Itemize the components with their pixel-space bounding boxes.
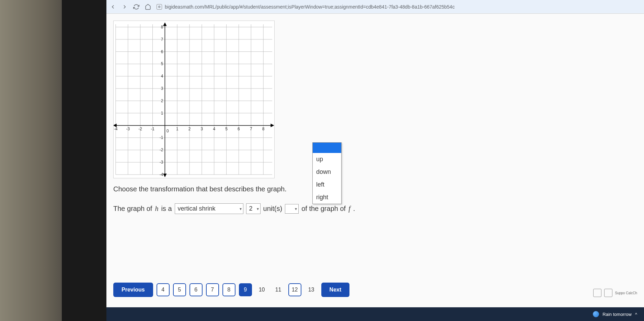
answer-sentence: The graph of h is a vertical shrink 2 un… bbox=[113, 203, 637, 214]
svg-text:1: 1 bbox=[176, 127, 179, 131]
chevron-up-icon[interactable]: ^ bbox=[635, 312, 637, 317]
sentence-text: is a bbox=[161, 205, 172, 213]
site-settings-icon[interactable]: ⚙ bbox=[157, 4, 162, 10]
units-count-select[interactable]: 2 bbox=[246, 203, 261, 214]
svg-text:-4: -4 bbox=[160, 172, 163, 177]
reload-icon[interactable] bbox=[133, 4, 139, 10]
sentence-text: The graph of bbox=[113, 205, 152, 213]
svg-text:-3: -3 bbox=[126, 127, 130, 131]
svg-text:-2: -2 bbox=[160, 147, 163, 152]
svg-marker-31 bbox=[163, 174, 166, 177]
tool-icon-2[interactable] bbox=[604, 289, 612, 297]
page-6-button[interactable]: 6 bbox=[189, 283, 203, 296]
transformation-select[interactable]: vertical shrink bbox=[175, 203, 243, 214]
side-tools: Suppo CalcCh bbox=[593, 289, 637, 297]
svg-text:0: 0 bbox=[166, 129, 169, 133]
svg-marker-30 bbox=[163, 23, 166, 26]
forward-icon[interactable] bbox=[122, 4, 128, 10]
coordinate-graph: -4 -3 -2 -1 0 1 2 3 4 5 6 7 8 1 2 bbox=[113, 21, 275, 178]
weather-icon[interactable] bbox=[593, 311, 599, 317]
tool-icon-1[interactable] bbox=[593, 289, 601, 297]
svg-text:3: 3 bbox=[201, 127, 203, 131]
page-11-label[interactable]: 11 bbox=[272, 287, 285, 293]
dropdown-option-up[interactable]: up bbox=[313, 153, 341, 166]
page-12-button[interactable]: 12 bbox=[288, 283, 301, 296]
windows-taskbar: Rain tomorrow ^ bbox=[106, 307, 644, 321]
next-button[interactable]: Next bbox=[321, 283, 350, 297]
page-8-button[interactable]: 8 bbox=[222, 283, 235, 296]
page-5-button[interactable]: 5 bbox=[173, 283, 186, 296]
svg-text:8: 8 bbox=[262, 127, 265, 131]
page-7-button[interactable]: 7 bbox=[206, 283, 219, 296]
svg-text:-3: -3 bbox=[160, 160, 163, 165]
svg-text:8: 8 bbox=[161, 25, 163, 29]
browser-toolbar: ⚙ bigideasmath.com/MRL/public/app/#/stud… bbox=[106, 0, 644, 14]
svg-text:5: 5 bbox=[225, 127, 228, 131]
svg-text:5: 5 bbox=[161, 61, 163, 66]
dropdown-option-right[interactable]: right bbox=[313, 191, 341, 204]
svg-text:3: 3 bbox=[161, 86, 163, 91]
page-10-label[interactable]: 10 bbox=[255, 287, 268, 293]
svg-text:-1: -1 bbox=[160, 135, 163, 140]
svg-text:-1: -1 bbox=[151, 127, 154, 131]
page-13-label[interactable]: 13 bbox=[305, 287, 318, 293]
svg-text:4: 4 bbox=[213, 127, 215, 131]
svg-text:7: 7 bbox=[161, 37, 163, 42]
side-label: Suppo CalcCh bbox=[615, 291, 637, 295]
previous-button[interactable]: Previous bbox=[113, 283, 153, 297]
dropdown-option-down[interactable]: down bbox=[313, 166, 341, 178]
function-f: f bbox=[348, 205, 350, 213]
units-label: unit(s) bbox=[263, 205, 283, 213]
svg-marker-28 bbox=[271, 124, 274, 127]
url-text: bigideasmath.com/MRL/public/app/#/studen… bbox=[165, 4, 455, 10]
pagination-bar: Previous 4 5 6 7 8 9 10 11 12 13 Next bbox=[113, 283, 637, 297]
function-h: h bbox=[155, 205, 158, 213]
direction-select[interactable] bbox=[285, 204, 299, 214]
home-icon[interactable] bbox=[145, 4, 151, 10]
weather-text: Rain tomorrow bbox=[602, 312, 632, 317]
svg-text:2: 2 bbox=[188, 127, 191, 131]
direction-dropdown-menu: up down left right bbox=[312, 142, 342, 204]
dropdown-option-left[interactable]: left bbox=[313, 178, 341, 191]
svg-text:1: 1 bbox=[161, 111, 163, 116]
svg-text:6: 6 bbox=[238, 127, 240, 131]
question-prompt: Choose the transformation that best desc… bbox=[113, 185, 637, 193]
svg-text:7: 7 bbox=[250, 127, 252, 131]
back-icon[interactable] bbox=[110, 4, 116, 10]
page-9-button[interactable]: 9 bbox=[239, 283, 252, 296]
page-4-button[interactable]: 4 bbox=[157, 283, 170, 296]
sentence-text: . bbox=[353, 205, 355, 213]
svg-text:6: 6 bbox=[161, 49, 163, 54]
svg-text:4: 4 bbox=[161, 74, 163, 79]
svg-text:-2: -2 bbox=[138, 127, 142, 131]
svg-text:2: 2 bbox=[161, 98, 163, 103]
dropdown-option-blank[interactable] bbox=[313, 143, 341, 153]
svg-text:-4: -4 bbox=[114, 127, 118, 131]
sentence-text: of the graph of bbox=[301, 205, 346, 213]
